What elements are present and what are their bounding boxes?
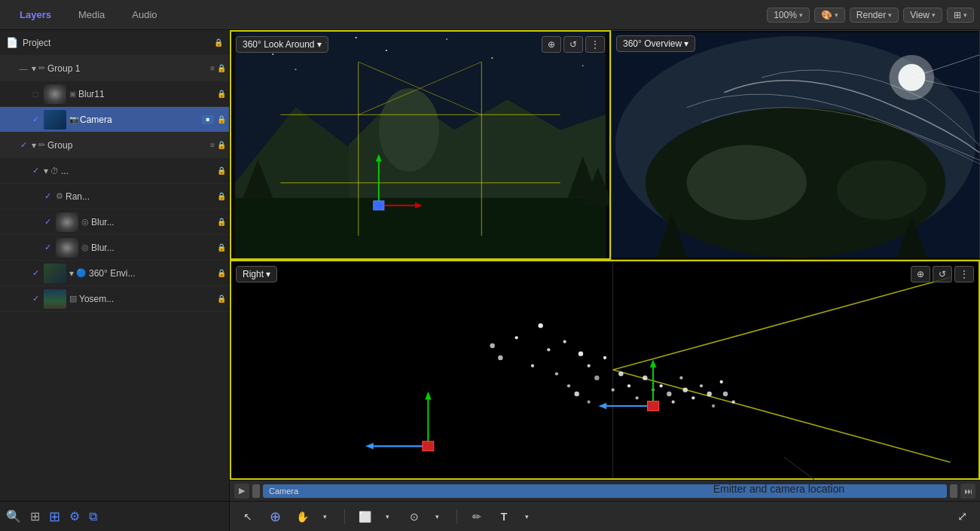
subgroup-checkbox[interactable]: ✓	[29, 164, 42, 178]
svg-point-8	[295, 69, 296, 70]
blur2-label: Blur...	[91, 243, 217, 253]
project-row[interactable]: 📄 Project 🔒	[0, 30, 229, 56]
svg-rect-86	[648, 401, 659, 411]
blur2-checkbox[interactable]: ✓	[41, 241, 54, 255]
sidebar-item-env360[interactable]: ✓ ▾ 🔵 360° Envi... 🔒	[0, 261, 229, 286]
viewport-right[interactable]: Right ▾ ⊕ ↺ ⋮	[230, 260, 980, 480]
sidebar-item-camera[interactable]: ✓ 📷 Camera ■ 🔒	[0, 107, 229, 133]
viewport-side-label-btn[interactable]: 360° Overview ▾	[616, 35, 695, 52]
blur1-type-icon: ◎	[81, 217, 89, 227]
viewport-360-overview[interactable]: 360° Overview ▾	[611, 30, 980, 260]
viewport-bottom-label-btn[interactable]: Right ▾	[236, 266, 277, 282]
subgroup-collapse-icon[interactable]: ▾	[44, 166, 48, 176]
viewport-360-look-around[interactable]: 360° Look Around ▾ ⊕ ↺ ⋮	[230, 30, 611, 260]
viewport-side-scene	[612, 31, 979, 259]
blur1-checkbox[interactable]: ✓	[41, 215, 54, 229]
tab-layers[interactable]: Layers	[6, 5, 65, 25]
viewport-main-label-btn[interactable]: 360° Look Around ▾	[236, 36, 328, 53]
svg-rect-81	[423, 441, 434, 451]
text-chevron-btn[interactable]: ▾	[516, 506, 537, 527]
group-collapse-icon[interactable]: ▾	[32, 140, 36, 151]
group1-collapse-icon[interactable]: ▾	[32, 63, 36, 74]
blur11-checkbox[interactable]: □	[29, 87, 42, 101]
zoom-control[interactable]: 100% ▾	[767, 8, 810, 23]
grid-button[interactable]: ⊞	[49, 508, 60, 525]
viewport-bottom-more-btn[interactable]: ⋮	[954, 266, 974, 282]
gear-button[interactable]: ⚙	[69, 509, 80, 523]
render-control[interactable]: Render ▾	[850, 8, 899, 23]
viewport-bottom-target-btn[interactable]: ⊕	[911, 266, 930, 282]
layout-chevron: ▾	[963, 11, 967, 19]
layout-control[interactable]: ⊞ ▾	[947, 8, 974, 23]
frame-tool-btn[interactable]: ⬜	[354, 506, 375, 527]
blur11-type-icon: ▣	[69, 90, 76, 98]
camera-checkbox[interactable]: ✓	[29, 113, 42, 127]
viewport-bottom-orbit-btn[interactable]: ↺	[933, 266, 952, 282]
group-checkbox[interactable]: ✓	[17, 139, 30, 152]
viewport-bottom-label-area: Right ▾	[236, 266, 277, 282]
pan-tool-btn[interactable]: ✋	[292, 506, 313, 527]
svg-point-57	[574, 392, 579, 396]
svg-point-60	[618, 371, 623, 376]
sidebar-item-blur1[interactable]: ✓ ◎ Blur... 🔒	[0, 209, 229, 235]
svg-point-45	[563, 340, 566, 343]
svg-rect-14	[235, 198, 606, 258]
sidebar-item-blur11[interactable]: □ ▣ Blur11 🔒	[0, 81, 229, 107]
ran-type-icon: ⚙	[56, 191, 63, 201]
view-control[interactable]: View ▾	[903, 8, 942, 23]
svg-point-3	[386, 50, 387, 51]
timeline-play-btn[interactable]: ▶	[234, 484, 249, 499]
arrow-tool-btn[interactable]: ↖	[237, 506, 258, 527]
viewport-side-label-area: 360° Overview ▾	[616, 35, 695, 52]
yosem-checkbox[interactable]: ✓	[29, 292, 42, 306]
timeline-end-btn[interactable]: ⏭	[960, 484, 975, 499]
svg-point-65	[660, 384, 663, 387]
timeline-scrubber-start[interactable]	[252, 484, 260, 498]
svg-point-70	[691, 396, 695, 399]
color-control[interactable]: 🎨 ▾	[814, 8, 845, 23]
ran-checkbox[interactable]: ✓	[41, 190, 54, 203]
svg-rect-28	[374, 201, 384, 210]
text-tool-btn[interactable]: T	[493, 506, 514, 527]
sidebar-item-group1[interactable]: — ▾ ✏ Group 1 ≡ 🔒	[0, 56, 229, 81]
target-tool-btn[interactable]: ⊙	[404, 506, 425, 527]
pan-chevron-btn[interactable]: ▾	[314, 506, 335, 527]
blur11-label: Blur11	[78, 89, 217, 99]
svg-rect-40	[259, 261, 950, 478]
viewport-main-orbit-btn[interactable]: ↺	[563, 36, 583, 53]
env360-collapse-icon[interactable]: ▾	[69, 268, 74, 279]
expand-tool-btn[interactable]: ⤢	[951, 506, 972, 527]
transform-button[interactable]: ⧉	[89, 510, 97, 523]
timeline-camera-track[interactable]: Camera	[263, 484, 947, 498]
sidebar-item-group[interactable]: ✓ ▾ ✏ Group ≡ 🔒	[0, 133, 229, 158]
top-bar-right: 100% ▾ 🎨 ▾ Render ▾ View ▾ ⊞ ▾	[767, 8, 974, 23]
svg-point-69	[682, 387, 687, 392]
sidebar-item-ran[interactable]: ✓ ⚙ Ran... 🔒	[0, 184, 229, 209]
viewport-main-more-btn[interactable]: ⋮	[585, 36, 605, 53]
svg-point-71	[700, 384, 703, 387]
sidebar-item-subgroup[interactable]: ✓ ▾ ⏱ ... 🔒	[0, 158, 229, 184]
svg-point-72	[707, 392, 711, 396]
tab-media[interactable]: Media	[65, 5, 118, 25]
svg-point-48	[547, 348, 550, 351]
toolbar-sep-1	[344, 509, 345, 524]
content-area: 360° Look Around ▾ ⊕ ↺ ⋮	[230, 30, 980, 531]
project-lock-icon: 🔒	[214, 38, 223, 47]
viewport-main-target-btn[interactable]: ⊕	[542, 36, 561, 53]
svg-point-36	[687, 145, 807, 221]
pencil-tool-btn[interactable]: ✏	[466, 506, 487, 527]
tab-audio[interactable]: Audio	[118, 5, 170, 25]
target-chevron-btn[interactable]: ▾	[426, 506, 447, 527]
orbit-tool-btn[interactable]: ⊕	[264, 506, 285, 527]
frame-chevron-btn[interactable]: ▾	[377, 506, 398, 527]
sidebar-item-blur2[interactable]: ✓ ◎ Blur... 🔒	[0, 235, 229, 261]
timeline-scrubber-end[interactable]	[950, 484, 957, 498]
sidebar-item-yosem[interactable]: ✓ ▤ Yosem... 🔒	[0, 286, 229, 312]
color-icon: 🎨	[821, 10, 832, 20]
blur11-thumb	[44, 84, 66, 104]
timeline-bar: ▶ Camera ⏭	[230, 480, 980, 501]
env360-checkbox[interactable]: ✓	[29, 267, 42, 280]
group1-checkbox[interactable]: —	[17, 62, 30, 75]
layout-button[interactable]: ⊞	[30, 509, 40, 523]
search-button[interactable]: 🔍	[6, 509, 21, 523]
